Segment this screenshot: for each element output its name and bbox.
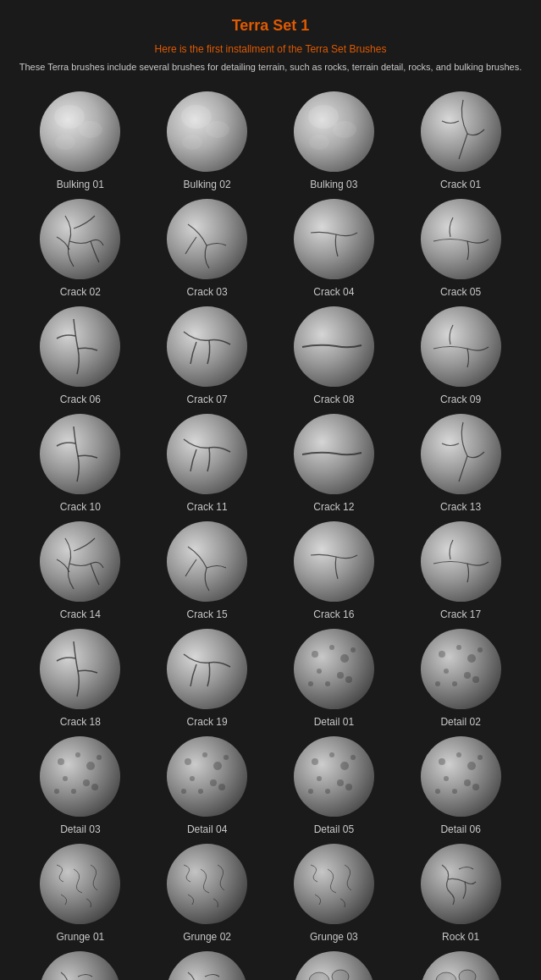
svg-point-34 [340, 654, 349, 663]
svg-point-54 [86, 762, 95, 770]
svg-point-72 [312, 758, 318, 765]
brush-item-rock-03[interactable]: Rock 03 [148, 951, 267, 981]
brush-label-grunge-01: Grunge 01 [57, 931, 105, 943]
brush-item-detail-01[interactable]: Detail 01 [274, 629, 393, 728]
svg-point-69 [181, 789, 186, 794]
brush-item-detail-04[interactable]: Detail 04 [148, 736, 267, 835]
brush-label-detail-01: Detail 01 [314, 716, 354, 728]
brush-label-crack-07: Crack 07 [187, 394, 228, 405]
svg-point-55 [63, 776, 68, 781]
svg-point-35 [317, 669, 322, 674]
brush-item-crack-01[interactable]: Crack 01 [401, 91, 520, 190]
brush-sphere-crack-11 [167, 414, 247, 494]
brush-item-crack-03[interactable]: Crack 03 [148, 199, 267, 298]
page-wrapper: Terra Set 1 Here is the first installmen… [0, 0, 541, 980]
brush-label-crack-13: Crack 13 [440, 501, 481, 513]
brush-item-crack-14[interactable]: Crack 14 [21, 521, 140, 620]
brush-item-crack-13[interactable]: Crack 13 [401, 414, 520, 513]
svg-point-5 [181, 105, 212, 129]
svg-point-3 [55, 135, 75, 150]
brush-item-crack-10[interactable]: Crack 10 [21, 414, 140, 513]
brush-item-stones-01[interactable]: Stones 01 [274, 951, 393, 981]
brush-sphere-detail-03 [40, 736, 120, 817]
svg-point-68 [218, 784, 225, 790]
brush-item-crack-07[interactable]: Crack 07 [148, 306, 267, 405]
svg-point-105 [459, 970, 476, 981]
svg-point-92 [167, 844, 247, 924]
brush-grid: Bulking 01 Bulking 02 Bulking 03 Crack 0… [8, 91, 533, 981]
svg-point-66 [210, 779, 217, 786]
svg-point-70 [224, 755, 229, 760]
brush-item-crack-19[interactable]: Crack 19 [148, 629, 267, 728]
brush-label-crack-03: Crack 03 [187, 286, 228, 298]
svg-point-10 [333, 121, 356, 138]
svg-point-12 [421, 91, 501, 172]
svg-point-16 [421, 199, 501, 279]
svg-point-58 [91, 784, 98, 790]
brush-item-crack-18[interactable]: Crack 18 [21, 629, 140, 728]
brush-item-detail-06[interactable]: Detail 06 [401, 736, 520, 835]
brush-item-rock-01[interactable]: Rock 01 [401, 844, 520, 943]
brush-item-crack-06[interactable]: Crack 06 [21, 306, 140, 405]
brush-item-bulking-02[interactable]: Bulking 02 [148, 91, 267, 190]
svg-point-28 [421, 521, 501, 602]
brush-sphere-grunge-01 [40, 844, 120, 924]
svg-point-43 [456, 645, 461, 650]
brush-item-bulking-01[interactable]: Bulking 01 [21, 91, 140, 190]
brush-label-detail-02: Detail 02 [440, 716, 480, 728]
brush-label-crack-11: Crack 11 [187, 501, 228, 513]
svg-point-30 [167, 629, 247, 709]
brush-label-detail-05: Detail 05 [314, 823, 354, 835]
svg-point-78 [345, 784, 352, 790]
svg-point-39 [308, 681, 313, 686]
brush-item-grunge-03[interactable]: Grunge 03 [274, 844, 393, 943]
svg-point-77 [325, 789, 330, 794]
svg-point-32 [312, 651, 318, 658]
brush-sphere-crack-14 [40, 521, 120, 602]
brush-label-crack-17: Crack 17 [440, 608, 481, 620]
brush-item-crack-02[interactable]: Crack 02 [21, 199, 140, 298]
brush-label-crack-01: Crack 01 [440, 179, 481, 190]
svg-point-98 [309, 972, 329, 981]
svg-point-90 [478, 755, 483, 760]
subtitle: Here is the first installment of the Ter… [8, 43, 533, 55]
brush-sphere-crack-03 [167, 199, 247, 279]
brush-item-crack-09[interactable]: Crack 09 [401, 306, 520, 405]
brush-item-stones-02[interactable]: Stones 02 [401, 951, 520, 981]
brush-item-crack-16[interactable]: Crack 16 [274, 521, 393, 620]
brush-item-grunge-02[interactable]: Grunge 02 [148, 844, 267, 943]
svg-point-84 [467, 762, 476, 770]
brush-item-crack-11[interactable]: Crack 11 [148, 414, 267, 513]
brush-item-crack-17[interactable]: Crack 17 [401, 521, 520, 620]
svg-point-36 [337, 672, 344, 679]
brush-sphere-grunge-03 [294, 844, 374, 924]
brush-sphere-detail-05 [294, 736, 374, 817]
svg-point-51 [40, 736, 120, 817]
svg-point-81 [421, 736, 501, 817]
brush-item-crack-05[interactable]: Crack 05 [401, 199, 520, 298]
brush-item-grunge-01[interactable]: Grunge 01 [21, 844, 140, 943]
brush-label-bulking-01: Bulking 01 [57, 179, 104, 190]
svg-point-104 [436, 972, 456, 981]
svg-point-93 [294, 844, 374, 924]
brush-item-crack-15[interactable]: Crack 15 [148, 521, 267, 620]
brush-item-detail-02[interactable]: Detail 02 [401, 629, 520, 728]
brush-item-rock-02[interactable]: Rock 02 [21, 951, 140, 981]
svg-point-46 [464, 672, 471, 679]
brush-item-detail-03[interactable]: Detail 03 [21, 736, 140, 835]
brush-item-bulking-03[interactable]: Bulking 03 [274, 91, 393, 190]
brush-item-crack-04[interactable]: Crack 04 [274, 199, 393, 298]
svg-point-2 [79, 121, 102, 138]
brush-item-crack-08[interactable]: Crack 08 [274, 306, 393, 405]
svg-point-59 [54, 789, 59, 794]
brush-sphere-detail-04 [167, 736, 247, 817]
brush-sphere-crack-09 [421, 306, 501, 387]
brush-item-crack-12[interactable]: Crack 12 [274, 414, 393, 513]
brush-sphere-crack-05 [421, 199, 501, 279]
brush-sphere-crack-18 [40, 629, 120, 709]
brush-label-detail-03: Detail 03 [60, 823, 100, 835]
svg-point-41 [421, 629, 501, 709]
brush-sphere-crack-15 [167, 521, 247, 602]
brush-label-bulking-03: Bulking 03 [310, 179, 357, 190]
brush-item-detail-05[interactable]: Detail 05 [274, 736, 393, 835]
